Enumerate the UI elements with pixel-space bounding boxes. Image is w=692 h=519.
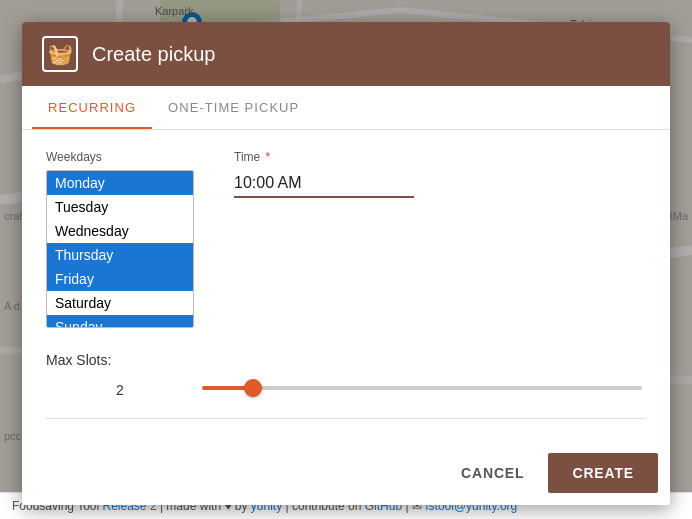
tab-one-time[interactable]: ONE-TIME PICKUP: [152, 86, 315, 129]
form-row-main: Weekdays Monday Tuesday Wednesday Thursd…: [46, 150, 646, 328]
time-group: Time *: [234, 150, 414, 198]
slots-section: Max Slots: 2: [46, 352, 646, 398]
dialog-content: Weekdays Monday Tuesday Wednesday Thursd…: [22, 130, 670, 445]
slider-row: 2: [46, 378, 646, 398]
weekdays-label: Weekdays: [46, 150, 194, 164]
slots-label: Max Slots:: [46, 352, 646, 368]
slots-slider[interactable]: [202, 386, 642, 390]
option-thursday: Thursday: [47, 243, 193, 267]
time-label: Time *: [234, 150, 414, 164]
slots-value-wrapper: 2: [46, 378, 194, 398]
divider: [46, 418, 646, 419]
basket-icon: 🧺: [42, 36, 78, 72]
create-button[interactable]: CREATE: [548, 453, 658, 493]
tabs-bar: RECURRING ONE-TIME PICKUP: [22, 86, 670, 130]
dialog-title: Create pickup: [92, 43, 215, 66]
tab-recurring[interactable]: RECURRING: [32, 86, 152, 129]
option-friday: Friday: [47, 267, 193, 291]
time-input[interactable]: [234, 170, 414, 198]
dialog-header: 🧺 Create pickup: [22, 22, 670, 86]
option-sunday: Sunday: [47, 315, 193, 328]
dialog-actions: CANCEL CREATE: [22, 445, 670, 505]
option-monday: Monday: [47, 171, 193, 195]
weekdays-group: Weekdays Monday Tuesday Wednesday Thursd…: [46, 150, 194, 328]
slots-value: 2: [46, 382, 194, 398]
required-marker: *: [262, 150, 270, 164]
option-saturday: Saturday: [47, 291, 193, 315]
option-wednesday: Wednesday: [47, 219, 193, 243]
option-tuesday: Tuesday: [47, 195, 193, 219]
weekdays-select[interactable]: Monday Tuesday Wednesday Thursday Friday…: [46, 170, 194, 328]
create-pickup-dialog: 🧺 Create pickup RECURRING ONE-TIME PICKU…: [22, 22, 670, 505]
cancel-button[interactable]: CANCEL: [437, 453, 548, 493]
